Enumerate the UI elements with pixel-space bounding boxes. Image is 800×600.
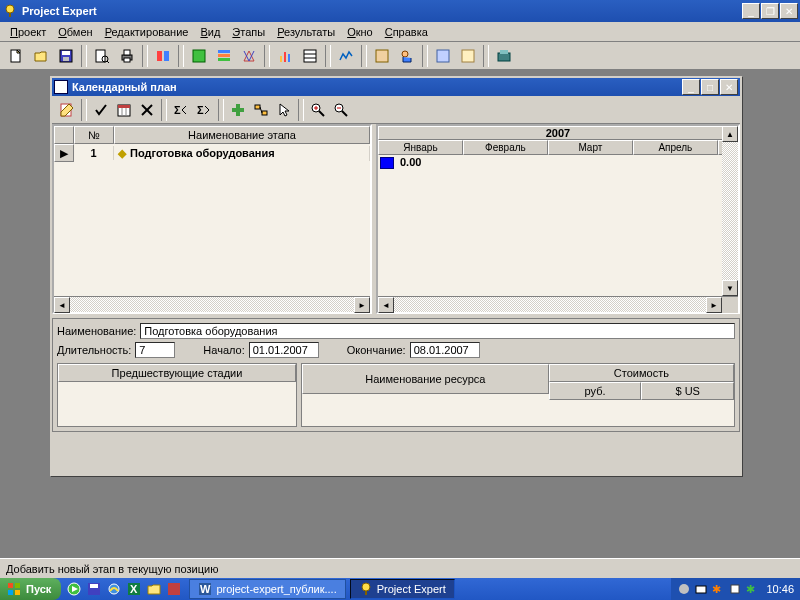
app-title: Project Expert: [22, 5, 742, 17]
preview-button[interactable]: [90, 44, 114, 68]
link-icon[interactable]: [250, 99, 272, 121]
new-button[interactable]: [4, 44, 28, 68]
ql-app-icon[interactable]: [165, 580, 183, 598]
tool-11[interactable]: [456, 44, 480, 68]
right-hscrollbar[interactable]: ◄ ►: [378, 296, 738, 312]
pointer-icon[interactable]: [273, 99, 295, 121]
menu-project[interactable]: Проект: [4, 24, 52, 40]
duration-field[interactable]: 7: [135, 342, 175, 358]
minimize-button[interactable]: _: [742, 3, 760, 19]
taskbar-item-active[interactable]: Project Expert: [350, 579, 455, 599]
taskbar-item[interactable]: W project-expert_публик....: [189, 579, 345, 599]
start-button[interactable]: Пуск: [0, 578, 61, 600]
tool-10[interactable]: [431, 44, 455, 68]
svg-text:✱: ✱: [746, 583, 755, 595]
menu-help[interactable]: Справка: [379, 24, 434, 40]
calendar-icon[interactable]: [113, 99, 135, 121]
calendar-plan-window: Календарный план _ □ ✕ Σ Σ: [50, 76, 742, 476]
tool-3[interactable]: [212, 44, 236, 68]
ql-excel-icon[interactable]: X: [125, 580, 143, 598]
resources-grid[interactable]: Наименование ресурса Стоимость руб. $ US: [301, 363, 735, 427]
delete-icon[interactable]: [136, 99, 158, 121]
svg-rect-5: [63, 57, 69, 61]
tool-9[interactable]: [395, 44, 419, 68]
menu-stages[interactable]: Этапы: [226, 24, 271, 40]
tool-8[interactable]: [370, 44, 394, 68]
main-toolbar: [0, 42, 800, 70]
menu-results[interactable]: Результаты: [271, 24, 341, 40]
tray-icon[interactable]: [728, 582, 742, 596]
svg-point-67: [679, 584, 689, 594]
tool-7[interactable]: [334, 44, 358, 68]
child-minimize-button[interactable]: _: [682, 79, 700, 95]
start-field[interactable]: 01.01.2007: [249, 342, 319, 358]
col-stage-name[interactable]: Наименование этапа: [114, 126, 370, 144]
svg-rect-52: [15, 583, 20, 588]
svg-rect-1: [9, 13, 11, 17]
restore-button[interactable]: ❐: [761, 3, 779, 19]
gantt-month: Февраль: [463, 140, 548, 155]
row-indicator-icon[interactable]: ▶: [54, 144, 74, 162]
indent-left-icon[interactable]: Σ: [170, 99, 192, 121]
svg-rect-62: [168, 583, 180, 595]
predecessors-grid[interactable]: Предшествующие стадии: [57, 363, 297, 427]
edit-icon[interactable]: [56, 99, 78, 121]
table-row[interactable]: ▶ 1 ◆Подготовка оборудования: [54, 144, 370, 162]
tool-12[interactable]: [492, 44, 516, 68]
tool-2[interactable]: [187, 44, 211, 68]
child-close-button[interactable]: ✕: [720, 79, 738, 95]
ql-save-icon[interactable]: [85, 580, 103, 598]
scroll-right-icon[interactable]: ►: [354, 297, 370, 313]
scroll-right-icon[interactable]: ►: [706, 297, 722, 313]
close-button[interactable]: ✕: [780, 3, 798, 19]
app-titlebar: Project Expert _ ❐ ✕: [0, 0, 800, 22]
tray-icon[interactable]: ✱: [711, 582, 725, 596]
tool-1[interactable]: [151, 44, 175, 68]
name-field[interactable]: Подготовка оборудования: [140, 323, 735, 339]
scroll-left-icon[interactable]: ◄: [378, 297, 394, 313]
tool-4[interactable]: [237, 44, 261, 68]
gantt-pane: 2007 Январь Февраль Март Апрель 0.00: [376, 124, 740, 314]
svg-rect-32: [118, 105, 130, 108]
add-icon[interactable]: [227, 99, 249, 121]
child-maximize-button[interactable]: □: [701, 79, 719, 95]
tray-icon[interactable]: [677, 582, 691, 596]
svg-rect-54: [15, 590, 20, 595]
tray-icon[interactable]: [694, 582, 708, 596]
open-button[interactable]: [29, 44, 53, 68]
menu-window[interactable]: Окно: [341, 24, 379, 40]
end-field[interactable]: 08.01.2007: [410, 342, 480, 358]
scroll-left-icon[interactable]: ◄: [54, 297, 70, 313]
indent-right-icon[interactable]: Σ: [193, 99, 215, 121]
ql-media-icon[interactable]: [65, 580, 83, 598]
zoom-out-icon[interactable]: [330, 99, 352, 121]
tool-6[interactable]: [298, 44, 322, 68]
svg-rect-19: [284, 52, 286, 62]
zoom-in-icon[interactable]: [307, 99, 329, 121]
gantt-bar[interactable]: [380, 157, 394, 169]
svg-rect-58: [90, 584, 98, 588]
right-vscrollbar[interactable]: ▲ ▼: [722, 126, 738, 296]
left-hscrollbar[interactable]: ◄ ►: [54, 296, 370, 312]
menu-exchange[interactable]: Обмен: [52, 24, 98, 40]
ql-folder-icon[interactable]: [145, 580, 163, 598]
child-titlebar[interactable]: Календарный план _ □ ✕: [52, 78, 740, 96]
tray-icon[interactable]: ✱: [745, 582, 759, 596]
scroll-up-icon[interactable]: ▲: [722, 126, 738, 142]
cost-header: Стоимость: [549, 364, 734, 382]
menu-view[interactable]: Вид: [194, 24, 226, 40]
clock[interactable]: 10:46: [766, 583, 794, 595]
col-number[interactable]: №: [74, 126, 114, 144]
gantt-row[interactable]: 0.00: [378, 155, 738, 173]
scroll-down-icon[interactable]: ▼: [722, 280, 738, 296]
ql-ie-icon[interactable]: [105, 580, 123, 598]
save-button[interactable]: [54, 44, 78, 68]
bulb-icon: [359, 582, 373, 596]
windows-logo-icon: [6, 581, 22, 597]
tool-5[interactable]: [273, 44, 297, 68]
print-button[interactable]: [115, 44, 139, 68]
menu-edit[interactable]: Редактирование: [99, 24, 195, 40]
gantt-year: 2007: [378, 126, 738, 140]
cell-stage-name: ◆Подготовка оборудования: [114, 146, 370, 161]
check-icon[interactable]: [90, 99, 112, 121]
